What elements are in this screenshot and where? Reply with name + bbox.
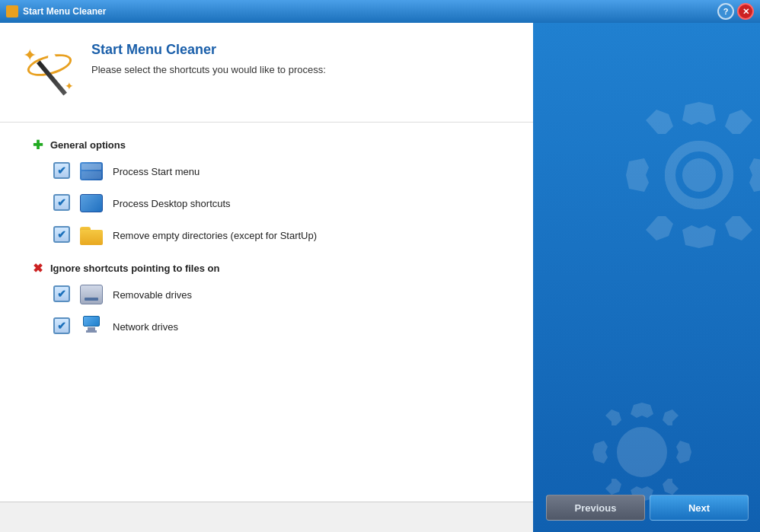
title-bar-controls: ? ✕: [717, 3, 754, 20]
header-text: Start Menu Cleaner Please select the sho…: [84, 38, 326, 75]
gear-small-decoration: [592, 403, 691, 502]
cross-icon: ✖: [30, 261, 44, 275]
general-options-items: ✔ Process Start menu ✔: [30, 161, 510, 246]
removable-drive-icon: [79, 284, 104, 305]
ignore-options-header: ✖ Ignore shortcuts pointing to files on: [30, 261, 510, 275]
app-icon: [6, 5, 18, 18]
network-drives-checkbox[interactable]: ✔: [53, 317, 72, 336]
ignore-options-items: ✔ Removable drives ✔: [30, 284, 510, 337]
previous-button[interactable]: Previous: [546, 495, 645, 521]
title-bar-label: Start Menu Cleaner: [23, 6, 106, 17]
remove-dirs-checkbox[interactable]: ✔: [53, 226, 72, 244]
checkmark-icon: ✔: [57, 320, 66, 331]
network-drive-icon: [79, 316, 104, 337]
remove-dirs-label: Remove empty directories (except for Sta…: [113, 230, 317, 241]
checkmark-icon: ✔: [57, 288, 66, 299]
svg-point-1: [682, 158, 716, 192]
app-logo: ✦ ✦: [15, 38, 84, 107]
left-panel: ✦ ✦ Start Menu Cleaner Please select the…: [0, 23, 533, 532]
checkmark-icon: ✔: [57, 165, 66, 176]
checkmark-icon: ✔: [57, 197, 66, 208]
general-options-header: ✚ General options: [30, 138, 510, 151]
gear-large-decoration: [623, 99, 760, 251]
app-subtitle: Please select the shortcuts you would li…: [91, 64, 326, 75]
general-options-group: ✚ General options ✔ Proc: [30, 138, 510, 246]
list-item: ✔ Network drives: [53, 316, 510, 337]
wand-tip: [48, 53, 56, 61]
list-item: ✔ Process Start menu: [53, 161, 510, 182]
close-button[interactable]: ✕: [737, 3, 754, 20]
bottom-bar: [0, 502, 533, 532]
title-bar: Start Menu Cleaner ? ✕: [0, 0, 760, 23]
right-panel: Previous Next: [533, 23, 760, 532]
plus-icon: ✚: [30, 138, 44, 151]
list-item: ✔ Process Desktop shortcuts: [53, 193, 510, 214]
list-item: ✔ Removable drives: [53, 284, 510, 305]
list-item: ✔ Remove empty directories (except for S…: [53, 225, 510, 246]
svg-point-3: [631, 441, 653, 464]
start-menu-icon: [79, 161, 104, 182]
checkmark-icon: ✔: [57, 229, 66, 240]
next-button[interactable]: Next: [650, 495, 749, 521]
star-large-icon: ✦: [23, 46, 37, 65]
app-title: Start Menu Cleaner: [91, 42, 326, 58]
process-start-menu-label: Process Start menu: [113, 166, 200, 177]
nav-buttons: Previous Next: [546, 495, 749, 521]
removable-drives-label: Removable drives: [113, 289, 192, 301]
process-start-menu-checkbox[interactable]: ✔: [53, 162, 72, 180]
removable-drives-checkbox[interactable]: ✔: [53, 285, 72, 304]
star-small-icon: ✦: [65, 80, 74, 92]
ignore-options-label: Ignore shortcuts pointing to files on: [50, 263, 219, 274]
main-container: ✦ ✦ Start Menu Cleaner Please select the…: [0, 23, 760, 532]
wand-logo: ✦ ✦: [19, 42, 80, 103]
process-desktop-label: Process Desktop shortcuts: [113, 198, 231, 209]
process-desktop-checkbox[interactable]: ✔: [53, 194, 72, 212]
general-options-label: General options: [50, 139, 126, 151]
desktop-icon: [79, 193, 104, 214]
folder-icon: [79, 225, 104, 246]
network-drives-label: Network drives: [113, 321, 178, 333]
content-area: ✚ General options ✔ Proc: [0, 123, 533, 502]
help-button[interactable]: ?: [717, 3, 734, 20]
header-area: ✦ ✦ Start Menu Cleaner Please select the…: [0, 23, 533, 123]
ignore-options-group: ✖ Ignore shortcuts pointing to files on …: [30, 261, 510, 337]
